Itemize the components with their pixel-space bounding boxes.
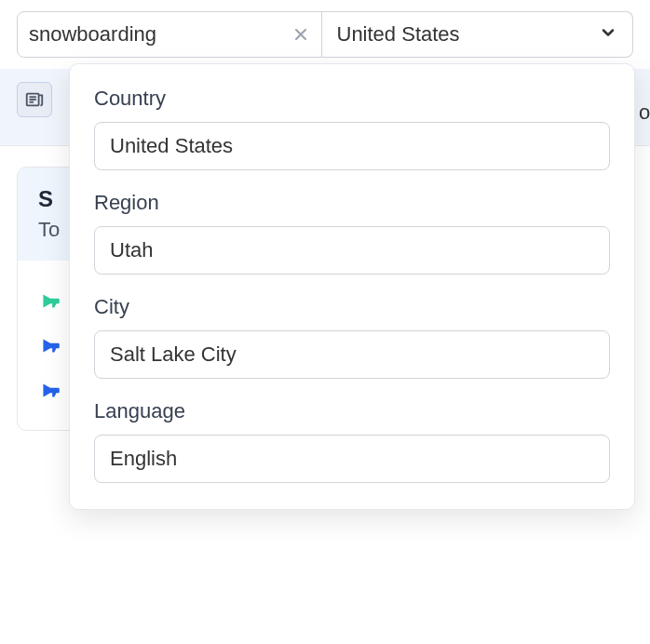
country-label: Country — [94, 87, 610, 111]
location-select[interactable]: United States — [322, 11, 634, 58]
partial-text: o — [639, 101, 650, 125]
region-input[interactable] — [94, 226, 610, 275]
tab-button[interactable] — [17, 82, 52, 117]
newspaper-icon — [24, 89, 45, 110]
language-label: Language — [94, 399, 610, 423]
city-label: City — [94, 295, 610, 319]
search-bar-row: United States — [0, 0, 650, 69]
language-input[interactable] — [94, 435, 610, 483]
clear-icon[interactable] — [291, 25, 310, 44]
city-input[interactable] — [94, 330, 610, 379]
location-selected-text: United States — [337, 22, 460, 47]
search-input[interactable] — [29, 22, 291, 47]
chevron-down-icon — [599, 23, 617, 46]
region-label: Region — [94, 191, 610, 215]
location-dropdown: Country Region City Language — [69, 63, 635, 510]
country-input[interactable] — [94, 122, 610, 170]
search-box[interactable] — [17, 11, 322, 58]
